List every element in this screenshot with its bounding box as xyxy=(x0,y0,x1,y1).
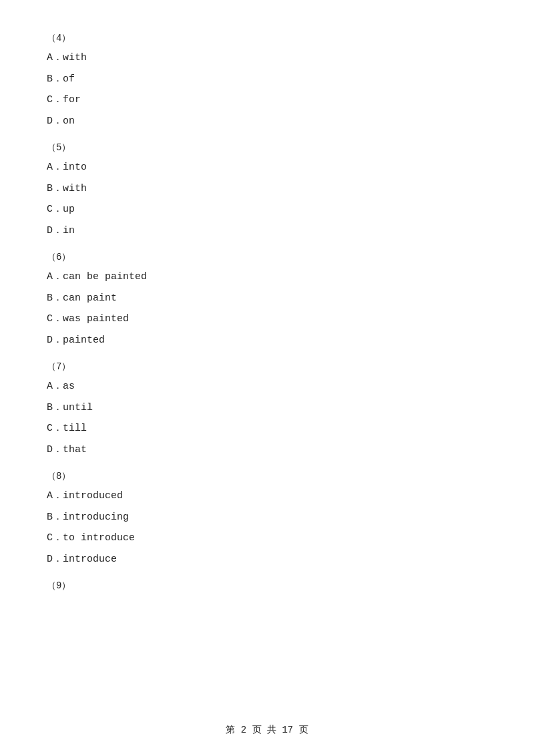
option-5d: D．in xyxy=(47,222,487,240)
question-group-4: （4） A．with B．of C．for D．on xyxy=(47,32,487,130)
option-8a: A．introduced xyxy=(47,488,487,505)
option-6b: B．can paint xyxy=(47,290,487,307)
question-number-7: （7） xyxy=(47,361,487,373)
page-content: （4） A．with B．of C．for D．on （5） A．into B．… xyxy=(0,0,534,637)
question-number-6: （6） xyxy=(47,251,487,263)
page-footer: 第 2 页 共 17 页 xyxy=(0,724,534,736)
option-7a: A．as xyxy=(47,378,487,395)
option-7b: B．until xyxy=(47,399,487,417)
question-number-8: （8） xyxy=(47,470,487,482)
option-6c: C．was painted xyxy=(47,311,487,328)
option-8c: C．to introduce xyxy=(47,530,487,547)
question-group-9: （9） xyxy=(47,580,487,592)
option-6d: D．painted xyxy=(47,332,487,349)
question-group-5: （5） A．into B．with C．up D．in xyxy=(47,142,487,239)
question-group-7: （7） A．as B．until C．till D．that xyxy=(47,361,487,458)
option-5b: B．with xyxy=(47,180,487,198)
option-6a: A．can be painted xyxy=(47,268,487,286)
option-4a: A．with xyxy=(47,49,487,67)
question-group-6: （6） A．can be painted B．can paint C．was p… xyxy=(47,251,487,349)
option-8d: D．introduce xyxy=(47,551,487,568)
option-5c: C．up xyxy=(47,201,487,218)
question-number-4: （4） xyxy=(47,32,487,44)
question-number-5: （5） xyxy=(47,142,487,154)
option-5a: A．into xyxy=(47,159,487,176)
question-number-9: （9） xyxy=(47,580,487,592)
option-4b: B．of xyxy=(47,71,487,88)
option-7c: C．till xyxy=(47,420,487,437)
option-8b: B．introducing xyxy=(47,509,487,526)
option-4d: D．on xyxy=(47,113,487,130)
question-group-8: （8） A．introduced B．introducing C．to intr… xyxy=(47,470,487,568)
option-4c: C．for xyxy=(47,91,487,109)
option-7d: D．that xyxy=(47,441,487,459)
